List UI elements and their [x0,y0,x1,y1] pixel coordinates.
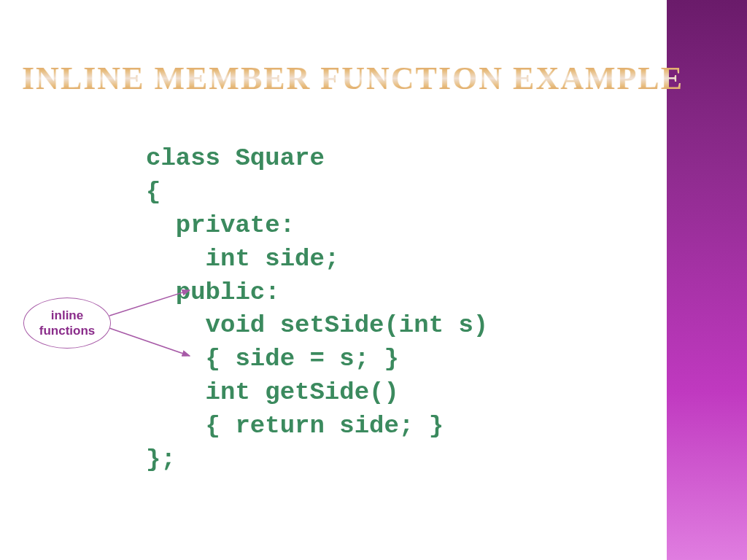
slide-title: INLINE MEMBER FUNCTION EXAMPLE [22,60,684,97]
callout-text: inline functions [39,308,96,339]
callout-line-1: inline [51,308,83,322]
callout-line-2: functions [39,324,96,338]
callout-bubble: inline functions [23,298,111,349]
code-example: class Square { private: int side; public… [146,142,488,477]
